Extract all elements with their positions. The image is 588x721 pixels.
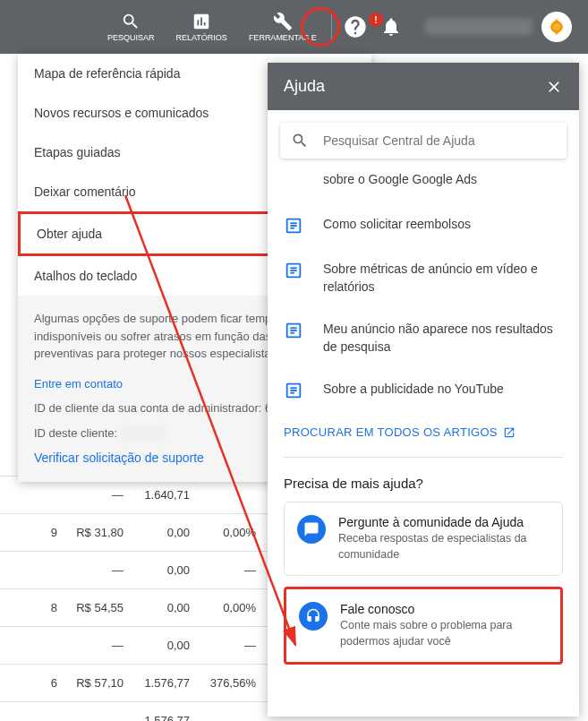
table-row[interactable]: 6R$ 57,101.576,77376,56% — [0, 665, 268, 702]
nav-reports-label: RELATÓRIOS — [176, 33, 227, 42]
external-link-icon — [503, 426, 516, 439]
notifications-icon[interactable] — [380, 16, 402, 38]
table-row[interactable]: 8R$ 54,550,000,00% — [0, 589, 268, 627]
nav-tools[interactable]: FERRAMENTAS E — [238, 12, 328, 42]
help-search-input[interactable] — [323, 133, 556, 148]
search-icon — [291, 132, 309, 150]
help-panel: Ajuda sobre o Google Google Ads Como sol… — [268, 63, 579, 717]
nav-search[interactable]: PESQUISAR — [97, 12, 166, 42]
table-row[interactable]: —0,00— — [0, 552, 268, 589]
browse-all-link[interactable]: PROCURAR EM TODOS OS ARTIGOS — [284, 413, 563, 458]
article-item[interactable]: Sobre a publicidade no YouTube — [284, 368, 563, 413]
more-help-heading: Precisa de mais ajuda? — [284, 458, 563, 502]
nav-tools-label: FERRAMENTAS E — [249, 33, 317, 42]
table-row[interactable]: —1.576,77— — [0, 702, 268, 721]
avatar[interactable] — [541, 12, 572, 42]
article-item[interactable]: Meu anúncio não aparece nos resultados d… — [284, 308, 563, 368]
article-item[interactable]: Sobre métricas de anúncio em vídeo e rel… — [284, 248, 563, 308]
help-title: Ajuda — [284, 77, 325, 96]
community-card[interactable]: Pergunte à comunidade da Ajuda Receba re… — [284, 502, 563, 576]
nav-search-label: PESQUISAR — [107, 33, 155, 42]
help-icon[interactable] — [343, 14, 368, 39]
article-item[interactable]: sobre o Google Google Ads — [284, 171, 563, 203]
table-row[interactable]: —1.640,71 — [0, 476, 268, 514]
alert-badge: ! — [369, 13, 383, 27]
headset-icon — [299, 602, 328, 631]
contact-us-card[interactable]: Fale conosco Conte mais sobre o problema… — [284, 587, 563, 665]
article-item[interactable]: Como solicitar reembolsos — [284, 203, 563, 248]
table-row[interactable]: —0,00— — [0, 627, 268, 665]
table-row[interactable]: 9R$ 31,800,000,00% — [0, 514, 268, 552]
help-search-box[interactable] — [280, 123, 567, 159]
nav-reports[interactable]: RELATÓRIOS — [166, 12, 238, 42]
account-name-redacted — [425, 19, 533, 35]
close-icon[interactable] — [545, 78, 563, 96]
community-icon — [297, 515, 326, 544]
